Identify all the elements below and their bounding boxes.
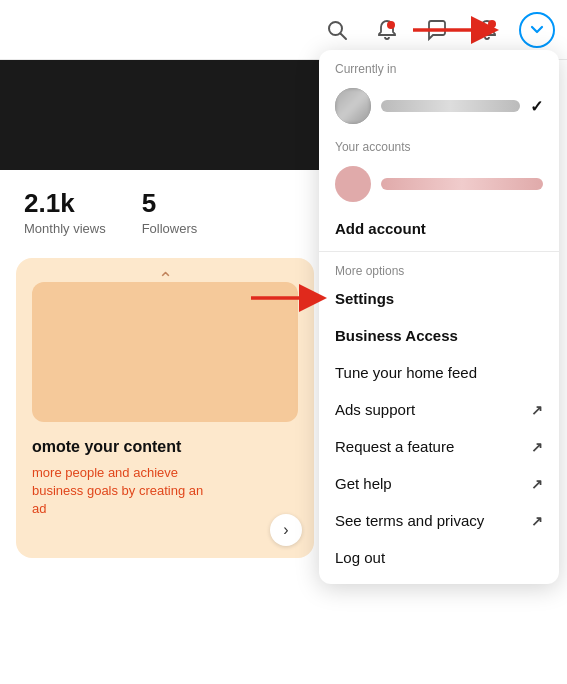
secondary-account-name — [381, 178, 543, 190]
menu-item-request-feature[interactable]: Request a feature ↗ — [319, 428, 559, 465]
account-menu-button[interactable] — [519, 12, 555, 48]
top-arrow-svg — [409, 14, 499, 46]
followers-stat: 5 Followers — [142, 188, 198, 236]
menu-item-log-out[interactable]: Log out — [319, 539, 559, 576]
monthly-views-label: Monthly views — [24, 221, 106, 236]
settings-red-arrow — [247, 282, 327, 314]
secondary-account-item[interactable] — [319, 158, 559, 210]
chevron-down-icon — [529, 22, 545, 38]
promo-title: omote your content — [32, 438, 298, 456]
ads-support-external-icon: ↗ — [531, 402, 543, 418]
settings-arrow-svg — [247, 282, 327, 314]
menu-item-get-help[interactable]: Get help ↗ — [319, 465, 559, 502]
account-check-icon: ✓ — [530, 97, 543, 116]
get-help-external-icon: ↗ — [531, 476, 543, 492]
monthly-views-value: 2.1k — [24, 188, 106, 219]
stats-row: 2.1k Monthly views 5 Followers — [0, 170, 330, 250]
promo-collapse-icon[interactable]: ⌃ — [158, 268, 173, 290]
more-options-section-label: More options — [319, 256, 559, 280]
profile-banner — [0, 60, 330, 170]
main-content: 2.1k Monthly views 5 Followers ⌃ omote y… — [0, 60, 330, 684]
ads-support-label: Ads support — [335, 401, 415, 418]
request-feature-external-icon: ↗ — [531, 439, 543, 455]
log-out-label: Log out — [335, 549, 385, 566]
promo-next-button[interactable]: › — [270, 514, 302, 546]
divider-1 — [319, 251, 559, 252]
account-dropdown: Currently in ✓ Your accounts Add account… — [319, 50, 559, 584]
monthly-views-stat: 2.1k Monthly views — [24, 188, 106, 236]
current-account-item[interactable]: ✓ — [319, 80, 559, 132]
promo-desc: more people and achieve business goals b… — [32, 464, 298, 519]
search-icon — [326, 19, 348, 41]
currently-in-label: Currently in — [319, 50, 559, 80]
svg-point-2 — [387, 21, 395, 29]
menu-item-tune-home-feed[interactable]: Tune your home feed — [319, 354, 559, 391]
add-account-button[interactable]: Add account — [319, 210, 559, 247]
see-terms-label: See terms and privacy — [335, 512, 484, 529]
followers-value: 5 — [142, 188, 198, 219]
get-help-label: Get help — [335, 475, 392, 492]
menu-item-see-terms[interactable]: See terms and privacy ↗ — [319, 502, 559, 539]
see-terms-external-icon: ↗ — [531, 513, 543, 529]
followers-label: Followers — [142, 221, 198, 236]
request-feature-label: Request a feature — [335, 438, 454, 455]
settings-label: Settings — [335, 290, 394, 307]
business-access-label: Business Access — [335, 327, 458, 344]
menu-item-ads-support[interactable]: Ads support ↗ — [319, 391, 559, 428]
tune-home-feed-label: Tune your home feed — [335, 364, 477, 381]
your-accounts-label: Your accounts — [319, 132, 559, 158]
bell-icon — [376, 19, 398, 41]
search-button[interactable] — [319, 12, 355, 48]
svg-line-1 — [341, 33, 347, 39]
menu-item-settings[interactable]: Settings — [319, 280, 559, 317]
current-account-name — [381, 100, 520, 112]
top-red-arrow — [409, 14, 499, 46]
notifications-button[interactable] — [369, 12, 405, 48]
current-account-avatar-blur — [335, 88, 371, 124]
menu-item-business-access[interactable]: Business Access — [319, 317, 559, 354]
secondary-account-avatar — [335, 166, 371, 202]
current-account-avatar — [335, 88, 371, 124]
